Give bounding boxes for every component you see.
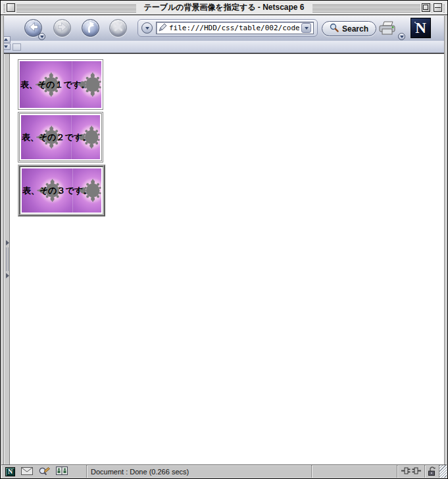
table-3-text: 表、その３です。 [22, 185, 91, 197]
table-1-cell: 表、その１です。 [20, 61, 101, 108]
chevron-down-icon [400, 36, 404, 38]
status-message-area: Document : Done (0.266 secs) [87, 465, 312, 478]
search-icon [330, 23, 339, 34]
security-indicator[interactable] [425, 465, 439, 478]
chevron-down-icon [4, 45, 8, 48]
chevron-up-icon [4, 38, 8, 41]
back-history-dropdown[interactable] [38, 33, 45, 40]
print-dropdown[interactable] [398, 33, 405, 40]
printer-icon [377, 27, 398, 38]
navigator-icon-letter: N [8, 468, 12, 475]
table-3-cell: 表、その３です。 [22, 168, 101, 213]
title-bar[interactable]: テーブルの背景画像を指定する - Netscape 6 [1, 1, 447, 15]
zoom-button[interactable] [422, 3, 430, 12]
chevron-right-icon [6, 240, 9, 245]
table-1: 表、その１です。 [18, 59, 103, 110]
table-2: 表、その２です。 [18, 112, 103, 163]
sidebar-splitter[interactable] [4, 54, 10, 465]
bookmark-pen-icon [159, 22, 167, 34]
open-padlock-icon [428, 466, 437, 478]
window-frame-right [444, 16, 447, 478]
chevron-down-icon [145, 27, 149, 30]
stop-icon [111, 20, 126, 37]
reload-icon [84, 20, 98, 37]
status-text: Document : Done (0.266 secs) [91, 468, 189, 476]
browser-content-area: 表、その１です。 表、その２です。 [4, 53, 444, 465]
mail-icon[interactable] [21, 467, 33, 476]
netscape-logo-throbber[interactable]: N [411, 18, 431, 38]
toolbar-collapse-strip [1, 41, 447, 53]
table-1-text: 表、その１です。 [20, 79, 89, 91]
plug-icon [401, 466, 421, 476]
status-bar: N [1, 465, 447, 478]
forward-button[interactable] [53, 19, 71, 37]
component-bar: N [1, 465, 87, 478]
status-spacer [312, 465, 397, 478]
resize-grip[interactable] [439, 465, 447, 478]
location-bar [137, 19, 318, 37]
stop-button[interactable] [109, 19, 127, 37]
page-proxy-button[interactable] [141, 22, 153, 34]
netscape-n-icon: N [415, 20, 426, 37]
table-2-cell: 表、その２です。 [21, 115, 100, 159]
chevron-down-icon [305, 27, 309, 30]
search-button-label: Search [342, 24, 368, 34]
navigation-toolbar: Search N [1, 16, 447, 41]
sidebar-grippy[interactable] [5, 240, 10, 278]
table-2-text: 表、その２です。 [21, 132, 91, 143]
grippy-bars [6, 247, 9, 271]
table-3: 表、その３です。 [18, 164, 105, 216]
forward-icon [55, 20, 70, 37]
search-button[interactable]: Search [322, 21, 376, 36]
window-title: テーブルの背景画像を指定する - Netscape 6 [136, 1, 312, 14]
online-indicator[interactable] [397, 465, 425, 478]
print-button[interactable] [377, 20, 398, 39]
demo-tables: 表、その１です。 表、その２です。 [18, 59, 105, 216]
collapse-button[interactable] [434, 3, 442, 12]
address-book-icon[interactable] [56, 466, 68, 476]
url-dropdown-button[interactable] [301, 23, 311, 33]
url-input[interactable] [169, 24, 299, 32]
url-field-frame [156, 22, 314, 34]
collapsed-toolbar-stub[interactable] [12, 43, 21, 51]
web-page: 表、その１です。 表、その２です。 [11, 54, 444, 465]
chevron-down-icon [40, 36, 44, 38]
browser-window: テーブルの背景画像を指定する - Netscape 6 [0, 0, 448, 479]
navigator-icon[interactable]: N [5, 467, 15, 476]
composer-icon[interactable] [39, 466, 50, 477]
reload-button[interactable] [82, 19, 99, 37]
close-button[interactable] [7, 3, 15, 12]
chevron-right-icon [6, 273, 9, 278]
